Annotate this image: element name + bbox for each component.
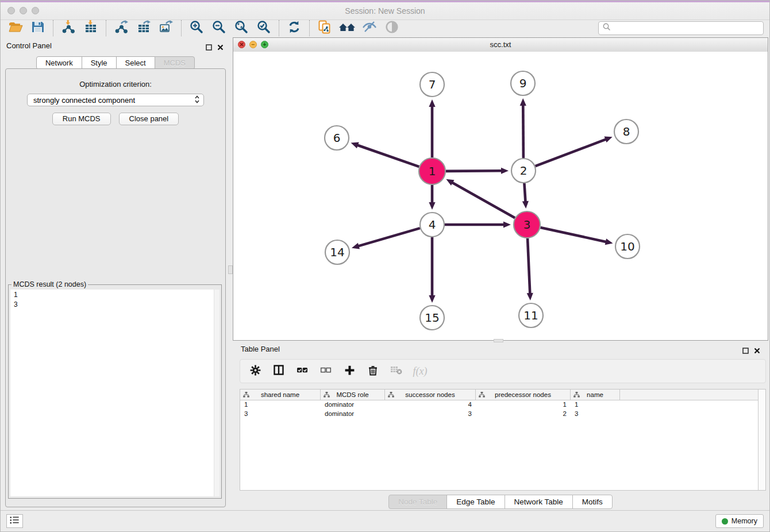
zoom-selected-button[interactable] <box>255 20 273 37</box>
table-cell[interactable]: 1 <box>476 400 571 410</box>
zoom-in-button[interactable] <box>187 20 206 37</box>
table-cell[interactable]: 3 <box>571 410 620 419</box>
table-cell[interactable]: 4 <box>385 400 476 410</box>
graph-edge-4-3[interactable] <box>445 221 511 228</box>
table-cell[interactable]: 2 <box>476 410 571 419</box>
network-maximize-button[interactable]: + <box>261 41 268 48</box>
column-header-successor-nodes[interactable]: successor nodes <box>385 390 476 400</box>
table-cell[interactable]: 1 <box>240 400 321 410</box>
run-mcds-button[interactable]: Run MCDS <box>52 113 111 125</box>
tab-node-table[interactable]: Node Table <box>388 495 447 509</box>
tab-network-table[interactable]: Network Table <box>505 495 573 509</box>
select-stepper-icon <box>194 95 200 106</box>
column-header-shared-name[interactable]: shared name <box>240 390 321 400</box>
graph-edge-3-11[interactable] <box>527 238 533 300</box>
memory-button[interactable]: Memory <box>715 514 764 528</box>
table-float-panel-icon[interactable] <box>742 346 749 356</box>
apply-layout-button[interactable] <box>285 20 303 37</box>
deselect-all-rows-button[interactable] <box>319 364 333 378</box>
search-input[interactable] <box>611 22 763 34</box>
graph-node-11[interactable]: 11 <box>519 303 543 327</box>
graph-node-8[interactable]: 8 <box>614 119 638 144</box>
graph-node-15[interactable]: 15 <box>420 306 444 330</box>
graph-node-10[interactable]: 10 <box>615 234 640 259</box>
column-header-predecessor-nodes[interactable]: predecessor nodes <box>476 390 571 400</box>
export-table-button[interactable] <box>134 20 153 37</box>
import-network-button[interactable] <box>59 20 78 37</box>
float-panel-icon[interactable] <box>206 43 212 53</box>
graph-edge-4-15[interactable] <box>429 237 435 303</box>
close-panel-button[interactable]: Close panel <box>119 113 179 125</box>
network-window-titlebar[interactable]: ✕ − + scc.txt <box>233 38 768 52</box>
graph-edge-1-6[interactable] <box>351 142 419 167</box>
graph-node-7[interactable]: 7 <box>420 72 444 97</box>
zoom-fit-icon <box>234 20 249 37</box>
zoom-fit-button[interactable] <box>232 20 251 37</box>
import-table-button[interactable] <box>82 20 100 37</box>
column-header-MCDS-role[interactable]: MCDS role <box>321 390 385 400</box>
select-all-rows-button[interactable] <box>295 364 309 378</box>
graph-node-4[interactable]: 4 <box>420 213 444 237</box>
graph-edge-3-1[interactable] <box>446 179 515 218</box>
graph-edge-2-3[interactable] <box>522 183 529 209</box>
graph-edge-1-4[interactable] <box>429 185 435 210</box>
vertical-splitter-handle[interactable] <box>228 265 233 274</box>
table-row[interactable]: 3dominator323 <box>240 410 765 419</box>
open-session-button[interactable] <box>6 20 25 37</box>
window-titlebar[interactable]: Session: New Session <box>1 1 769 20</box>
graph-node-2[interactable]: 2 <box>511 159 536 183</box>
zoom-out-button[interactable] <box>210 20 228 37</box>
table-cell[interactable]: dominator <box>321 410 385 419</box>
delete-column-button[interactable] <box>366 364 380 378</box>
network-canvas[interactable]: 7968124314101511 <box>233 52 768 340</box>
home-icon <box>338 20 356 37</box>
result-scrollbar[interactable] <box>214 290 220 496</box>
graph-node-6[interactable]: 6 <box>325 126 349 150</box>
graph-edge-1-2[interactable] <box>446 168 509 174</box>
table-cell[interactable]: 3 <box>240 410 321 419</box>
tab-style[interactable]: Style <box>82 56 117 70</box>
add-column-button[interactable] <box>342 364 356 378</box>
graph-edge-3-10[interactable] <box>540 228 613 245</box>
graph-node-3[interactable]: 3 <box>514 211 540 238</box>
tab-network[interactable]: Network <box>36 56 82 70</box>
task-history-button[interactable] <box>6 514 23 528</box>
sort-tree-icon <box>573 392 580 399</box>
table-cell[interactable]: 1 <box>571 400 620 410</box>
column-header-name[interactable]: name <box>571 390 620 400</box>
close-panel-icon[interactable] <box>217 43 224 53</box>
optimization-criterion-select[interactable]: strongly connected component <box>27 94 204 106</box>
graph-edge-4-14[interactable] <box>352 228 420 249</box>
eye-icon <box>384 20 399 37</box>
save-session-button[interactable] <box>29 20 47 37</box>
table-settings-button[interactable] <box>248 364 262 378</box>
export-image-button[interactable] <box>157 20 175 37</box>
mcds-result-line: 1 <box>14 290 216 300</box>
export-network-button[interactable] <box>112 20 130 37</box>
tab-select[interactable]: Select <box>116 56 155 70</box>
graph-node-1[interactable]: 1 <box>419 158 445 184</box>
graph-node-14[interactable]: 14 <box>325 240 349 264</box>
table-cell[interactable]: 3 <box>385 410 476 419</box>
table-row[interactable]: 1dominator411 <box>240 400 765 410</box>
graph-node-9[interactable]: 9 <box>511 71 535 95</box>
column-visibility-button[interactable] <box>272 364 286 378</box>
tab-edge-table[interactable]: Edge Table <box>446 495 505 509</box>
graph-edge-2-8[interactable] <box>536 137 613 167</box>
network-minimize-button[interactable]: − <box>249 41 257 48</box>
network-close-button[interactable]: ✕ <box>238 41 245 48</box>
memory-label: Memory <box>732 517 757 525</box>
graph-edge-1-7[interactable] <box>429 99 435 157</box>
tab-motifs[interactable]: Motifs <box>572 495 613 509</box>
table-cell[interactable]: dominator <box>321 400 385 410</box>
mcds-result-textarea[interactable]: 13 <box>10 290 220 496</box>
table-close-panel-icon[interactable] <box>754 346 760 356</box>
first-neighbors-button[interactable] <box>338 20 356 37</box>
clone-network-button[interactable] <box>315 20 334 37</box>
tab-mcds[interactable]: MCDS <box>155 56 195 70</box>
search-field[interactable] <box>598 21 764 35</box>
export-table-icon <box>136 20 151 37</box>
hide-selected-button[interactable] <box>360 20 379 37</box>
table-scrollbar[interactable] <box>758 390 765 490</box>
graph-edge-2-9[interactable] <box>520 98 526 158</box>
